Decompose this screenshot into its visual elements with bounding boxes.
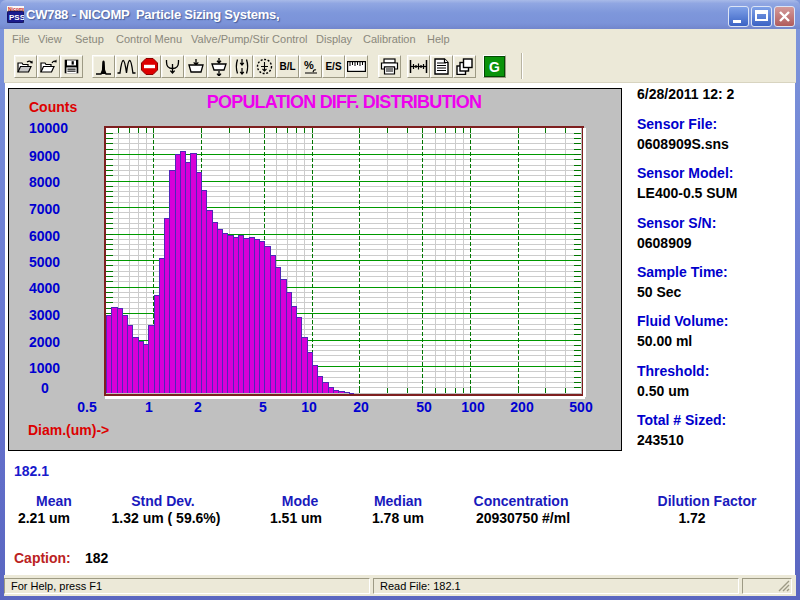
- svg-text:PSS: PSS: [9, 13, 24, 22]
- svg-text:%: %: [304, 59, 314, 71]
